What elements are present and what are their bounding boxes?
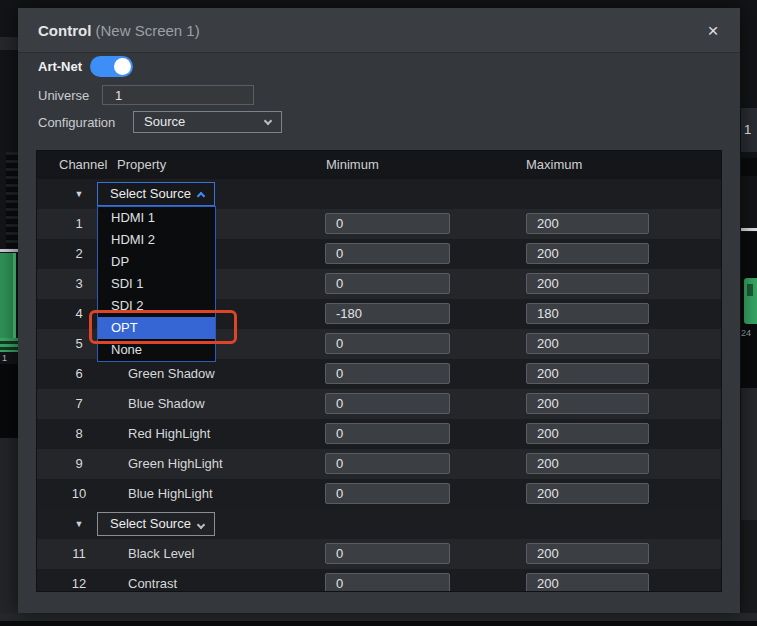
table-row: 6 Green Shadow bbox=[37, 359, 721, 389]
group2-expander-row: ▼ Select Source bbox=[37, 509, 721, 539]
channel-cell: 8 bbox=[51, 419, 107, 449]
property-cell: Blue Shadow bbox=[128, 389, 205, 419]
chevron-up-icon bbox=[197, 192, 205, 200]
control-dialog: Control (New Screen 1) × Art-Net Univers… bbox=[18, 8, 740, 613]
menu-item-sdi1[interactable]: SDI 1 bbox=[98, 273, 215, 295]
bg-left-label: 1 bbox=[2, 352, 18, 364]
property-cell: Red HighLight bbox=[128, 419, 210, 449]
dialog-title-main: Control bbox=[38, 22, 91, 39]
bg-right-panel-top: 1 bbox=[741, 108, 757, 152]
universe-input[interactable] bbox=[102, 85, 254, 105]
bg-bottom-edge bbox=[0, 621, 757, 626]
channel-cell: 9 bbox=[51, 449, 107, 479]
min-input[interactable] bbox=[325, 393, 450, 414]
bg-right-screen-block bbox=[744, 278, 757, 324]
chevron-down-icon bbox=[197, 521, 205, 529]
channel-cell: 7 bbox=[51, 389, 107, 419]
table-header: Channel Property Minimum Maximum bbox=[37, 151, 721, 179]
header-channel: Channel bbox=[59, 151, 107, 179]
min-input[interactable] bbox=[325, 363, 450, 384]
bg-left-cable bbox=[0, 249, 18, 252]
header-minimum: Minimum bbox=[326, 151, 379, 179]
select-source-label: Select Source bbox=[110, 516, 191, 531]
close-icon[interactable]: × bbox=[700, 18, 726, 44]
channel-cell: 10 bbox=[51, 479, 107, 509]
header-maximum: Maximum bbox=[526, 151, 582, 179]
max-input[interactable] bbox=[526, 213, 649, 234]
bg-left-dark-area bbox=[0, 364, 18, 438]
artnet-toggle-knob bbox=[114, 58, 131, 75]
max-input[interactable] bbox=[526, 303, 649, 324]
universe-label: Universe bbox=[38, 86, 89, 106]
min-input[interactable] bbox=[325, 483, 450, 504]
table-row: 11 Black Level bbox=[37, 539, 721, 569]
min-input[interactable] bbox=[325, 573, 450, 592]
table-row: 12 Contrast bbox=[37, 569, 721, 592]
min-input[interactable] bbox=[325, 453, 450, 474]
bg-right-screen-glyph bbox=[747, 284, 753, 296]
configuration-label: Configuration bbox=[38, 113, 115, 133]
min-input[interactable] bbox=[325, 543, 450, 564]
max-input[interactable] bbox=[526, 363, 649, 384]
bg-left-connector bbox=[6, 152, 18, 248]
min-input[interactable] bbox=[325, 243, 450, 264]
bg-left-toolbar bbox=[0, 37, 18, 50]
dialog-title-screen: (New Screen 1) bbox=[96, 22, 200, 39]
select-source-label: Select Source bbox=[110, 186, 191, 201]
configuration-value: Source bbox=[144, 114, 185, 129]
table-row: 9 Green HighLight bbox=[37, 449, 721, 479]
min-input[interactable] bbox=[325, 333, 450, 354]
property-cell: Black Level bbox=[128, 539, 194, 569]
max-input[interactable] bbox=[526, 573, 649, 592]
select-source-button-closed[interactable]: Select Source bbox=[97, 512, 215, 536]
property-cell: Green HighLight bbox=[128, 449, 223, 479]
annotation-highlight-box bbox=[89, 310, 237, 344]
bg-left-screen-block bbox=[0, 253, 16, 338]
group1-expander-row: ▼ Select Source bbox=[37, 179, 721, 209]
channel-cell: 12 bbox=[51, 569, 107, 592]
table-row: 7 Blue Shadow bbox=[37, 389, 721, 419]
max-input[interactable] bbox=[526, 243, 649, 264]
max-input[interactable] bbox=[526, 453, 649, 474]
max-input[interactable] bbox=[526, 393, 649, 414]
app-window: 1 1 24 Control (New Screen 1) × Art-Net … bbox=[0, 0, 757, 626]
channel-table: Channel Property Minimum Maximum ▼ Selec… bbox=[36, 150, 722, 592]
menu-item-hdmi2[interactable]: HDMI 2 bbox=[98, 229, 215, 251]
artnet-toggle[interactable] bbox=[90, 56, 133, 77]
property-cell: Blue HighLight bbox=[128, 479, 213, 509]
dialog-title: Control (New Screen 1) bbox=[38, 8, 200, 53]
property-cell: Green Shadow bbox=[128, 359, 215, 389]
menu-item-hdmi1[interactable]: HDMI 1 bbox=[98, 207, 215, 229]
bg-right-panel-bottom bbox=[741, 520, 757, 613]
bg-left-panel bbox=[0, 438, 18, 618]
channel-cell: 11 bbox=[51, 539, 107, 569]
bg-left-screen-stripes bbox=[0, 338, 18, 352]
chevron-down-icon bbox=[264, 117, 272, 125]
max-input[interactable] bbox=[526, 273, 649, 294]
table-row: 8 Red HighLight bbox=[37, 419, 721, 449]
menu-item-dp[interactable]: DP bbox=[98, 251, 215, 273]
channel-cell: 6 bbox=[51, 359, 107, 389]
min-input[interactable] bbox=[325, 303, 450, 324]
bg-right-panel-mid bbox=[741, 388, 757, 520]
bg-right-label: 24 bbox=[741, 327, 757, 339]
min-input[interactable] bbox=[325, 273, 450, 294]
bg-right-dark-block bbox=[741, 158, 757, 176]
artnet-label: Art-Net bbox=[38, 57, 82, 77]
max-input[interactable] bbox=[526, 543, 649, 564]
max-input[interactable] bbox=[526, 423, 649, 444]
min-input[interactable] bbox=[325, 213, 450, 234]
select-source-button-open[interactable]: Select Source bbox=[97, 182, 215, 206]
bg-right-cable bbox=[741, 228, 757, 231]
min-input[interactable] bbox=[325, 423, 450, 444]
header-property: Property bbox=[117, 151, 166, 179]
property-cell: Contrast bbox=[128, 569, 177, 592]
dialog-titlebar: Control (New Screen 1) × bbox=[18, 8, 740, 53]
bg-bottom-bar bbox=[0, 613, 757, 621]
max-input[interactable] bbox=[526, 333, 649, 354]
table-row: 10 Blue HighLight bbox=[37, 479, 721, 509]
configuration-select[interactable]: Source bbox=[133, 111, 282, 133]
max-input[interactable] bbox=[526, 483, 649, 504]
